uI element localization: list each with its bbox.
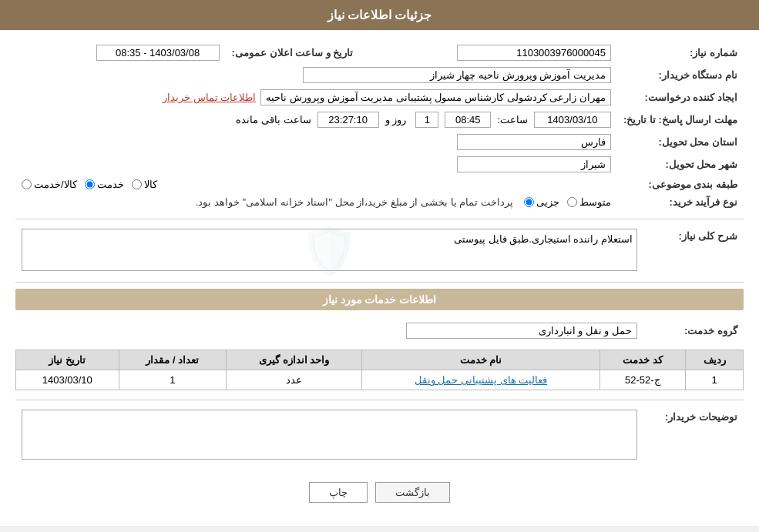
col-row-num: ردیف [686,350,744,370]
category-option-goods[interactable]: کالا [132,179,157,190]
row-need-number: شماره نیاز: 1103003976000045 تاریخ و ساع… [15,42,744,64]
cell-row-num: 1 [686,370,744,390]
divider-3 [15,400,744,400]
service-group-table: گروه خدمت: حمل و نقل و انبارداری [15,320,744,342]
delivery-city-value: شیراز [457,156,611,172]
row-delivery-province: استان محل تحویل: فارس [15,131,744,153]
need-number-value: 1103003976000045 [457,45,611,61]
response-time-label: ساعت: [497,114,528,125]
need-description-value: استعلام راننده استیجاری.طبق فایل پیوستی [454,233,633,245]
need-number-label: شماره نیاز: [617,42,744,64]
need-description-container: 🛡️ استعلام راننده استیجاری.طبق فایل پیوس… [22,229,637,271]
purchase-type-option-medium[interactable]: متوسط [567,196,611,208]
cell-service-code: ج-52-52 [599,370,686,390]
purchase-type-small-label: جزیی [536,196,559,208]
divider-1 [15,219,744,219]
purchase-type-radio-medium[interactable] [567,197,577,207]
footer-buttons: بازگشت چاپ [15,470,744,514]
buyer-description-container [22,410,637,460]
col-unit: واحد اندازه گیری [227,350,362,370]
buyer-description-label: توضیحات خریدار: [643,407,744,463]
response-days-value: 1 [415,112,438,128]
category-option-service-label: خدمت [97,179,124,190]
row-category: طبقه بندی موضوعی: کالا/خدمت خدمت [15,176,744,193]
need-description-table: شرح کلی نیاز: 🛡️ استعلام راننده استیجاری… [15,226,744,274]
category-radio-goods[interactable] [132,179,142,189]
category-radio-group: کالا/خدمت خدمت کالا [22,179,611,190]
delivery-province-value: فارس [457,134,611,150]
announcement-datetime-value: 1403/03/08 - 08:35 [96,45,220,61]
delivery-city-label: شهر محل تحویل: [617,153,744,176]
purchase-type-radio-small[interactable] [524,197,534,207]
category-option-goods-services[interactable]: کالا/خدمت [22,179,77,190]
col-service-name: نام خدمت [362,350,599,370]
services-table-header: ردیف کد خدمت نام خدمت واحد اندازه گیری ت… [16,350,744,370]
purchase-type-note: پرداخت تمام یا بخشی از مبلغ خرید،از محل … [196,196,513,208]
creator-label: ایجاد کننده درخواست: [617,86,744,109]
purchase-type-option-small[interactable]: جزیی [524,196,559,208]
purchase-type-radio-group: متوسط جزیی [524,196,611,208]
row-response-deadline: مهلت ارسال پاسخ: تا تاریخ: 1403/03/10 سا… [15,109,744,131]
print-button[interactable]: چاپ [309,482,368,503]
category-option-service[interactable]: خدمت [85,179,124,190]
category-radio-goods-services[interactable] [22,179,32,189]
response-date-value: 1403/03/10 [534,112,611,128]
category-option-goods-label: کالا [144,179,157,190]
cell-quantity: 1 [119,370,227,390]
page-wrapper: جزئیات اطلاعات نیاز شماره نیاز: 11030039… [0,0,759,526]
row-buyer-org: نام دستگاه خریدار: مدیریت آموزش وپرورش ن… [15,64,744,86]
purchase-type-medium-label: متوسط [579,196,611,208]
page-header: جزئیات اطلاعات نیاز [0,0,759,30]
category-option-goods-services-label: کالا/خدمت [34,179,77,190]
col-service-code: کد خدمت [599,350,686,370]
back-button[interactable]: بازگشت [375,482,450,503]
services-table: ردیف کد خدمت نام خدمت واحد اندازه گیری ت… [15,350,744,390]
main-content: شماره نیاز: 1103003976000045 تاریخ و ساع… [0,30,759,526]
row-service-group: گروه خدمت: حمل و نقل و انبارداری [15,320,744,342]
buyer-org-label: نام دستگاه خریدار: [617,64,744,86]
header-title: جزئیات اطلاعات نیاز [327,8,432,22]
row-purchase-type: نوع فرآیند خرید: متوسط جزیی [15,193,744,211]
buyer-description-table: توضیحات خریدار: [15,407,744,463]
cell-date: 1403/03/10 [16,370,119,390]
response-remaining-label: ساعت باقی مانده [236,114,311,125]
row-buyer-description: توضیحات خریدار: [15,407,744,463]
delivery-province-label: استان محل تحویل: [617,131,744,153]
response-remaining-value: 23:27:10 [317,112,379,128]
row-creator: ایجاد کننده درخواست: مهران زارعی کردشولی… [15,86,744,109]
col-quantity: تعداد / مقدار [119,350,227,370]
col-date: تاریخ نیاز [16,350,119,370]
cell-unit: عدد [227,370,362,390]
response-deadline-label: مهلت ارسال پاسخ: تا تاریخ: [617,109,744,131]
need-description-label: شرح کلی نیاز: [643,226,744,274]
divider-2 [15,282,744,283]
category-label: طبقه بندی موضوعی: [617,176,744,193]
row-need-description: شرح کلی نیاز: 🛡️ استعلام راننده استیجاری… [15,226,744,274]
response-days-label: روز و [385,114,407,125]
buyer-org-value: مدیریت آموزش وپرورش ناحیه چهار شیراز [303,67,611,83]
announcement-datetime-label: تاریخ و ساعت اعلان عمومی: [226,42,360,64]
need-info-table: شماره نیاز: 1103003976000045 تاریخ و ساع… [15,42,744,211]
services-section-title: اطلاعات خدمات مورد نیاز [15,289,744,310]
cell-service-name[interactable]: فعالیت های پشتیبانی حمل ونقل [362,370,599,390]
table-row: 1 ج-52-52 فعالیت های پشتیبانی حمل ونقل ع… [16,370,744,390]
purchase-type-label: نوع فرآیند خرید: [617,193,744,211]
response-time-value: 08:45 [445,112,491,128]
creator-value: مهران زارعی کردشولی کارشناس مسول پشتیبان… [260,89,611,105]
watermark: 🛡️ [301,223,358,277]
creator-contact-link[interactable]: اطلاعات تماس خریدار [163,92,256,103]
service-group-label: گروه خدمت: [643,320,744,342]
service-group-value: حمل و نقل و انبارداری [406,323,637,339]
row-delivery-city: شهر محل تحویل: شیراز [15,153,744,176]
category-radio-service[interactable] [85,179,95,189]
